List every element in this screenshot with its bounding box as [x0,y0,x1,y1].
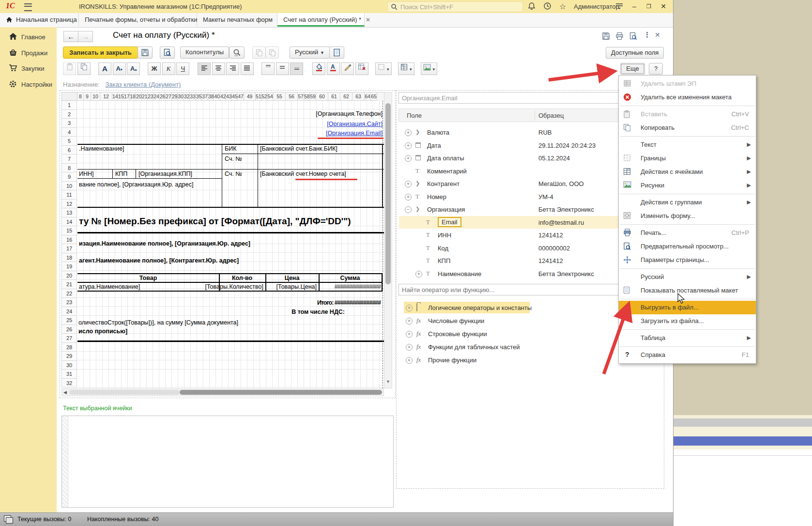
paste-button[interactable] [63,62,76,75]
selected-cell-text-area[interactable] [61,416,394,508]
menu-item-6[interactable]: Текст▶ [619,138,756,152]
align-left-button[interactable] [198,62,211,75]
column-divider[interactable] [535,111,535,121]
menu-item-8[interactable]: Действия с ячейками▶ [619,165,756,179]
sheet-cell-text[interactable]: ИНН] [79,170,94,177]
sheet-row-headers[interactable]: 1234567891011121314151617181920212223242… [61,101,77,388]
column-header-10[interactable]: 10 [91,93,100,101]
notifications-bell-icon[interactable] [528,2,537,11]
column-header-54[interactable]: 54 [267,93,274,101]
more-actions-button[interactable]: Еще ▾ [620,63,645,75]
horizontal-scrollbar[interactable]: ◀ [61,388,384,396]
row-header-24[interactable]: 24 [61,307,77,316]
column-header-37[interactable]: 37 [202,93,208,101]
language-selector[interactable]: Русский ▼ [290,46,330,59]
row-header-8[interactable]: 8 [61,164,77,173]
column-header-18[interactable]: 18 [130,93,136,101]
column-header-12[interactable]: 12 [100,93,112,101]
sheet-cell-text[interactable]: исло прописью] [78,328,127,335]
expand-plus-icon[interactable]: + [406,344,413,351]
field-label[interactable]: Контрагент [427,180,460,187]
column-header-64[interactable]: 64 [365,93,371,101]
tab-1[interactable]: Печатные формы, отчеты и обработки✕ [79,13,197,27]
valign-top-button[interactable] [261,62,275,75]
column-header-43[interactable]: 43 [226,93,232,101]
row-header-13[interactable]: 13 [61,208,77,217]
expand-plus-icon[interactable]: + [406,318,413,325]
sidebar-item-настройки[interactable]: Настройки [0,77,57,92]
row-header-17[interactable]: 17 [61,244,77,253]
valign-center-button[interactable] [276,62,289,75]
column-header-42[interactable]: 42 [220,93,226,101]
insert-picture-button[interactable]: ▾ [421,62,437,75]
sheet-cell-text[interactable]: оличествоСтрок([Товары])], на сумму [Сум… [78,319,238,326]
column-header-14[interactable]: 14 [112,93,118,101]
current-user[interactable]: Администратор [574,3,619,10]
column-header-24[interactable]: 24 [153,93,160,101]
clear-format-button[interactable] [355,62,368,75]
purpose-link[interactable]: Заказ клиента (Документ) [105,81,181,88]
form-close-icon[interactable]: ✕ [655,31,660,39]
column-header-32[interactable]: 32 [184,93,190,101]
row-header-10[interactable]: 10 [61,182,77,191]
menu-item-3[interactable]: ВставитьCtrl+V [619,108,756,121]
copy-button[interactable] [77,62,91,75]
column-header-33[interactable]: 33 [190,93,196,101]
sheet-body[interactable]: [Организация.Телефон][Организация.Сайт][… [77,101,384,388]
sheet-cell-text[interactable]: атура.Наименование] [79,283,140,290]
column-header-59[interactable]: 59 [310,93,316,101]
row-header-4[interactable]: 4 [61,128,77,137]
field-label[interactable]: Организация [427,206,465,213]
column-header-56[interactable]: 56 [286,93,298,101]
expand-plus-icon[interactable]: + [405,194,412,201]
help-button[interactable]: ? [649,63,663,75]
sheet-cell-text[interactable]: [Организация.Телефон] [316,110,383,117]
sheet-cell-text[interactable]: Сч. № [225,170,242,177]
row-header-3[interactable]: 3 [61,119,77,128]
save-icon[interactable] [602,32,610,42]
sheet-cell-text[interactable]: [Товары.Количество] [205,283,263,290]
row-header-23[interactable]: 23 [61,298,77,307]
maximize-button[interactable]: ❒ [643,1,655,11]
expand-plus-icon[interactable]: + [405,142,412,149]
font-color-button[interactable]: A [327,62,340,75]
row-header-2[interactable]: 2 [61,110,77,119]
row-header-21[interactable]: 21 [61,280,77,289]
valign-bottom-button[interactable] [290,62,303,75]
global-search-input[interactable]: Поиск Ctrl+Shift+F [387,1,523,12]
column-header-58[interactable]: 58 [304,93,310,101]
row-header-28[interactable]: 28 [61,343,77,352]
font-button[interactable]: A [98,62,111,75]
menu-item-12[interactable]: Изменить форму... [619,209,756,223]
column-header-8[interactable]: 8 [77,93,84,101]
row-header-6[interactable]: 6 [61,146,77,155]
vertical-scrollbar-thumb[interactable] [385,103,391,284]
italic-button[interactable]: К [162,62,175,75]
main-menu-icon[interactable] [24,3,32,11]
column-header-55[interactable]: 55 [274,93,286,101]
borders-button[interactable]: ▾ [375,62,392,75]
column-header-29[interactable]: 29 [172,93,178,101]
menu-item-22[interactable]: Загрузить из файла... [619,314,756,328]
bold-button[interactable]: Ж [148,62,161,75]
column-header-30[interactable]: 30 [178,93,184,101]
row-header-18[interactable]: 18 [61,253,77,263]
sheet-cell-text[interactable]: [Организация.КПП] [138,170,192,177]
save-and-close-button[interactable]: Записать и закрыть [63,46,138,59]
column-header-38[interactable]: 38 [208,93,214,101]
column-header-63[interactable]: 63 [352,93,365,101]
field-label[interactable]: Валюта [427,129,449,136]
column-header-15[interactable]: 15 [118,93,124,101]
preview-button[interactable] [160,46,175,59]
nav-back-button[interactable]: ← [63,31,78,42]
service-menu-icon[interactable] [615,2,625,11]
save-button[interactable] [138,46,153,59]
copy-rows-button[interactable] [252,46,266,59]
menu-item-16[interactable]: Параметры страницы... [619,253,756,267]
column-header-57[interactable]: 57 [298,93,304,101]
row-header-9[interactable]: 9 [61,172,77,182]
field-label[interactable]: Дата оплаты [427,155,464,162]
column-header-9[interactable]: 9 [84,93,91,101]
increase-font-button[interactable]: A▴ [127,62,140,75]
kebab-menu-icon[interactable]: ⋮ [643,31,651,39]
